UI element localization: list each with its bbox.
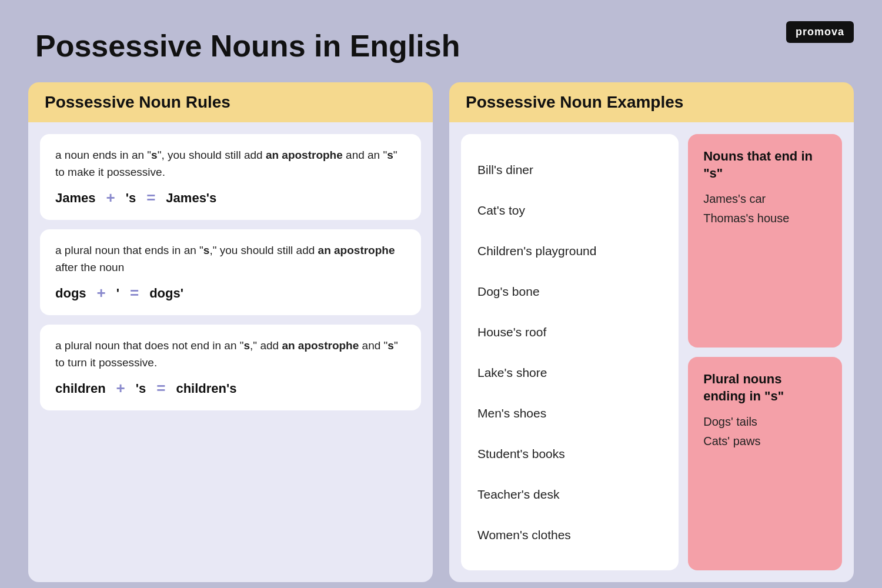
formula-word1: James: [55, 191, 96, 206]
side-panels: Nouns that end in "s" James's car Thomas…: [688, 134, 842, 570]
rule-card-2: a plural noun that ends in an "s," you s…: [40, 229, 421, 315]
side-card-nouns-end-s: Nouns that end in "s" James's car Thomas…: [688, 134, 842, 348]
list-item: Dog's bone: [477, 282, 662, 301]
examples-container: Bill's diner Cat's toy Children's playgr…: [449, 122, 854, 582]
formula-equals-2: =: [130, 284, 139, 302]
list-item: Men's shoes: [477, 404, 662, 423]
side-card-title-2: Plural nouns ending in "s": [703, 371, 827, 405]
rules-container: a noun ends in an "s", you should still …: [28, 122, 433, 582]
formula-plus-1: +: [106, 189, 115, 207]
left-panel: Possessive Noun Rules a noun ends in an …: [28, 82, 433, 582]
rule-text-3: a plural noun that does not end in an "s…: [55, 338, 406, 371]
formula-result-3: children's: [176, 381, 236, 396]
examples-panel-title: Possessive Noun Examples: [466, 93, 837, 112]
list-item: Lake's shore: [477, 363, 662, 382]
main-content: Possessive Noun Rules a noun ends in an …: [0, 82, 882, 582]
formula-result-1: James's: [166, 191, 216, 206]
rule-text-1: a noun ends in an "s", you should still …: [55, 147, 406, 181]
side-card-item: Cats' paws: [703, 435, 827, 448]
formula-result-2: dogs': [149, 286, 183, 301]
side-card-item: Dogs' tails: [703, 415, 827, 429]
page-title: Possessive Nouns in English: [0, 0, 882, 82]
formula-word2-2: ': [116, 286, 119, 301]
list-item: Student's books: [477, 445, 662, 463]
rule-formula-1: James + 's = James's: [55, 189, 406, 207]
examples-list-panel: Bill's diner Cat's toy Children's playgr…: [461, 134, 679, 570]
formula-equals-1: =: [146, 189, 155, 207]
formula-plus-2: +: [97, 284, 106, 302]
formula-plus-3: +: [116, 379, 125, 397]
list-item: Children's playground: [477, 242, 662, 260]
formula-word2-3: 's: [136, 381, 146, 396]
rule-formula-3: children + 's = children's: [55, 379, 406, 397]
side-card-item: Thomas's house: [703, 212, 827, 225]
formula-equals-3: =: [156, 379, 165, 397]
rules-panel-header: Possessive Noun Rules: [28, 82, 433, 122]
list-item: Teacher's desk: [477, 485, 662, 504]
list-item: Cat's toy: [477, 201, 662, 220]
formula-word1-2: dogs: [55, 286, 86, 301]
promova-logo: promova: [786, 21, 854, 43]
formula-word2-1: 's: [126, 191, 136, 206]
side-card-item: James's car: [703, 192, 827, 206]
examples-panel-header: Possessive Noun Examples: [449, 82, 854, 122]
rule-card-3: a plural noun that does not end in an "s…: [40, 325, 421, 410]
rule-card-1: a noun ends in an "s", you should still …: [40, 134, 421, 220]
rule-formula-2: dogs + ' = dogs': [55, 284, 406, 302]
side-card-plural-ending-s: Plural nouns ending in "s" Dogs' tails C…: [688, 357, 842, 570]
list-item: Bill's diner: [477, 161, 662, 179]
list-item: Women's clothes: [477, 526, 662, 544]
formula-word1-3: children: [55, 381, 106, 396]
rule-text-2: a plural noun that ends in an "s," you s…: [55, 242, 406, 276]
list-item: House's roof: [477, 323, 662, 342]
rules-panel-title: Possessive Noun Rules: [45, 93, 416, 112]
right-panel: Possessive Noun Examples Bill's diner Ca…: [449, 82, 854, 582]
side-card-title-1: Nouns that end in "s": [703, 148, 827, 182]
